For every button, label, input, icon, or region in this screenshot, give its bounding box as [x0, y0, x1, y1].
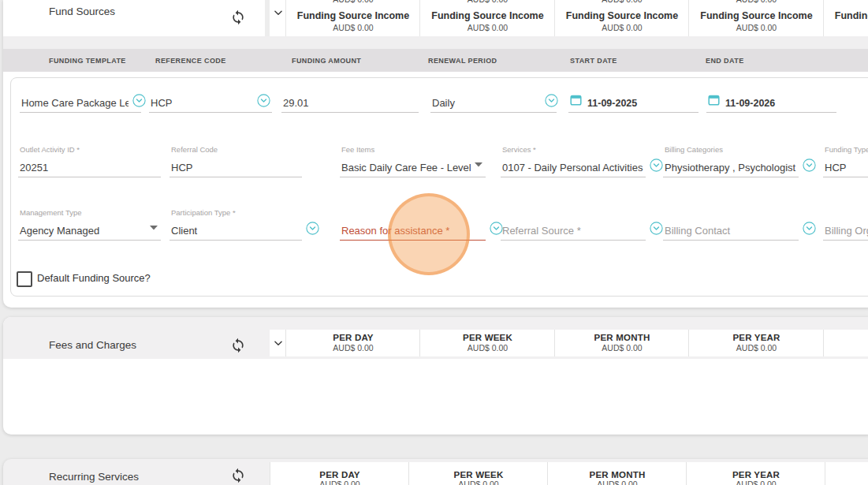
clipped-amount: AUD$ 0.00	[286, 0, 420, 4]
start-date-value: 11-09-2025	[587, 98, 637, 109]
income-title: Funding Source Income	[555, 10, 689, 21]
clipped-amount: AUD$ 0.00	[420, 0, 555, 4]
per-week-column: PER WEEK AUD$ 0.00	[419, 330, 555, 356]
per-week-label: PER WEEK	[409, 470, 548, 479]
collapse-panel-button[interactable]	[270, 330, 286, 356]
col-funding-amount: FUNDING AMOUNT	[292, 57, 361, 65]
per-week-value: AUD$ 0.00	[409, 479, 548, 485]
circle-chevron-icon[interactable]	[803, 222, 816, 238]
renewal-period-field[interactable]: Daily	[430, 91, 557, 113]
col-start-date: START DATE	[570, 57, 617, 65]
income-column: AUD$ 0.00 Funding Source Income AUD$ 0.0…	[419, 0, 555, 36]
billing-categories-field[interactable]: Billing Categories Physiotherapy , Psych…	[663, 145, 799, 177]
per-year-column: PER YEAR AUD$ 0.00	[686, 462, 825, 485]
outlet-activity-value: 20251	[20, 162, 48, 173]
reason-for-assistance-field[interactable]: Reason for assistance *	[340, 208, 486, 241]
default-funding-source-label: Default Funding Source?	[37, 272, 151, 284]
clipped-amount: AUD$ 0.00	[824, 0, 868, 4]
services-value: 0107 - Daily Personal Activities , ...	[502, 162, 644, 173]
default-funding-source-checkbox[interactable]	[17, 271, 32, 287]
referral-source-placeholder: Referral Source *	[502, 225, 581, 237]
col-reference-code: REFERENCE CODE	[155, 57, 226, 65]
refresh-icon[interactable]	[230, 9, 246, 28]
funding-type-value: HCP	[825, 162, 846, 173]
circle-chevron-icon[interactable]	[132, 94, 146, 110]
circle-chevron-icon[interactable]	[306, 222, 319, 238]
circle-chevron-icon[interactable]	[545, 94, 558, 110]
billing-categories-value: Physiotherapy , Psychologist	[665, 162, 795, 173]
per-week-label: PER WEEK	[420, 333, 555, 342]
participation-type-field[interactable]: Participation Type * Client	[170, 208, 302, 241]
caret-down-icon	[475, 156, 482, 170]
per-day-label: PER DAY	[270, 470, 409, 479]
reference-code-field[interactable]: HCP	[149, 91, 272, 113]
end-date-field[interactable]: 11-09-2026	[706, 91, 836, 113]
per-week-value: AUD$ 0.00	[420, 343, 555, 353]
col-renewal-period: RENEWAL PERIOD	[428, 57, 497, 65]
chevron-down-icon	[273, 338, 284, 349]
refresh-icon[interactable]	[230, 338, 246, 356]
outlet-activity-label: Outlet Activity ID *	[20, 145, 80, 154]
recurring-services-panel: Recurring Services PER DAY AUD$ 0.00 PER…	[3, 459, 868, 485]
grid-header-row: FUNDING TEMPLATE REFERENCE CODE FUNDING …	[3, 49, 868, 72]
reason-for-assistance-placeholder: Reason for assistance *	[341, 225, 449, 237]
income-value: AUD$ 0.00	[420, 23, 555, 32]
income-value: AUD$ 0.00	[689, 23, 824, 32]
per-day-column: PER DAY AUD$ 0.00	[285, 330, 420, 356]
income-value: AUD$ 0.00	[824, 23, 868, 32]
calendar-icon[interactable]	[708, 94, 720, 109]
fee-items-value: Basic Daily Care Fee - Level 1 , ...	[341, 162, 472, 173]
spacer-strip	[3, 36, 868, 49]
referral-code-field[interactable]: Referral Code HCP	[170, 145, 302, 177]
income-title: Funding Source Income	[286, 10, 420, 21]
per-year-value: AUD$ 0.00	[689, 343, 824, 353]
fees-and-charges-title: Fees and Charges	[49, 339, 136, 351]
fund-sources-title: Fund Sources	[49, 6, 115, 17]
income-column: AUD$ 0.00 Funding Source Income AUD$ 0.0…	[823, 0, 868, 36]
billing-categories-label: Billing Categories	[665, 145, 723, 154]
income-title: Funding Source Income	[824, 10, 868, 21]
referral-source-field[interactable]: Referral Source *	[501, 208, 646, 241]
income-title: Funding Source Income	[689, 10, 824, 21]
fee-items-label: Fee Items	[341, 145, 374, 154]
end-date-value: 11-09-2026	[725, 98, 775, 109]
per-month-column: PER MONTH AUD$ 0.00	[554, 330, 689, 356]
empty-column	[823, 330, 868, 356]
fee-items-field[interactable]: Fee Items Basic Daily Care Fee - Level 1…	[340, 145, 486, 177]
circle-chevron-icon[interactable]	[803, 159, 816, 175]
fees-and-charges-panel: Fees and Charges PER DAY AUD$ 0.00 PER W…	[3, 317, 868, 435]
per-month-column: PER MONTH AUD$ 0.00	[547, 462, 687, 485]
referral-code-label: Referral Code	[171, 145, 218, 154]
circle-chevron-icon[interactable]	[257, 94, 270, 110]
services-label: Services *	[502, 145, 536, 154]
circle-chevron-icon[interactable]	[650, 222, 663, 238]
billing-contact-field[interactable]: Billing Contact	[663, 208, 799, 241]
collapse-panel-button[interactable]	[270, 0, 286, 36]
outlet-activity-field[interactable]: Outlet Activity ID * 20251	[18, 145, 161, 177]
chevron-down-icon	[273, 7, 284, 18]
recurring-services-title: Recurring Services	[49, 471, 139, 483]
fund-source-record-card: Home Care Package Level... HCP 29.01 Dai…	[10, 77, 868, 297]
per-day-value: AUD$ 0.00	[286, 343, 420, 353]
empty-column	[825, 462, 868, 485]
funding-template-field[interactable]: Home Care Package Level...	[20, 91, 141, 113]
circle-chevron-icon[interactable]	[650, 159, 663, 175]
income-title: Funding Source Income	[420, 10, 555, 21]
clipped-amount: AUD$ 0.00	[689, 0, 824, 4]
funding-type-field[interactable]: Funding Type * HCP	[823, 145, 868, 177]
per-day-value: AUD$ 0.00	[270, 479, 409, 485]
management-type-field[interactable]: Management Type Agency Managed	[18, 208, 161, 241]
funding-amount-field[interactable]: 29.01	[281, 91, 419, 113]
funding-amount-value: 29.01	[283, 97, 309, 109]
renewal-period-value: Daily	[432, 97, 455, 109]
income-value: AUD$ 0.00	[286, 23, 420, 32]
col-end-date: END DATE	[706, 57, 744, 65]
start-date-field[interactable]: 11-09-2025	[568, 91, 698, 113]
income-column: AUD$ 0.00 Funding Source Income AUD$ 0.0…	[285, 0, 420, 36]
calendar-icon[interactable]	[570, 94, 582, 109]
per-week-column: PER WEEK AUD$ 0.00	[408, 462, 548, 485]
billing-organisation-field[interactable]: Billing Orga	[823, 208, 868, 241]
services-field[interactable]: Services * 0107 - Daily Personal Activit…	[501, 145, 646, 177]
funding-template-value: Home Care Package Level...	[21, 97, 129, 109]
refresh-icon[interactable]	[230, 468, 246, 485]
